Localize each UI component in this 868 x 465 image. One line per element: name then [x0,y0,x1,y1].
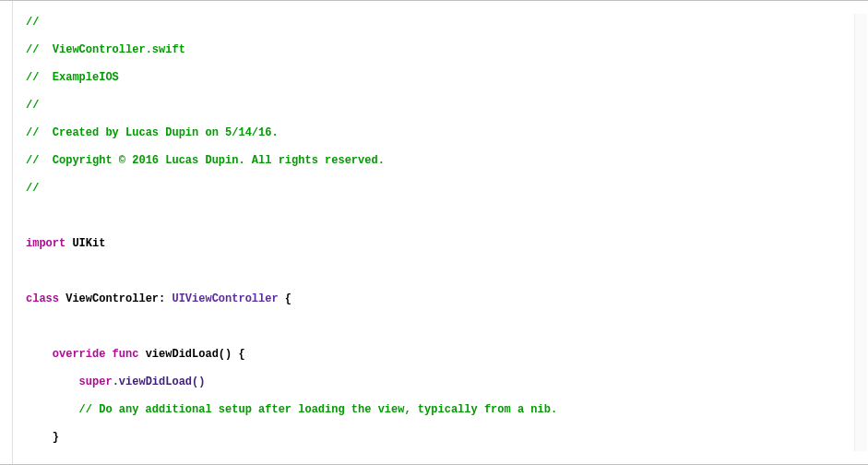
editor-gutter [0,1,13,464]
method-call: .viewDidLoad() [113,376,206,388]
indent [26,431,53,444]
brace: { [279,292,291,305]
comment-line: // [26,16,39,29]
comment-line: // Created by Lucas Dupin on 5/14/16. [26,126,279,139]
override-keyword: override [53,348,106,361]
indent [26,376,79,388]
comment-line: // [26,182,39,195]
func-keyword: func [105,348,138,361]
indent [26,348,53,361]
class-name: ViewController: [59,292,172,305]
import-module: UIKit [65,237,105,250]
code-content[interactable]: // // ViewController.swift // ExampleIOS… [13,1,868,464]
method-signature: viewDidLoad() { [138,348,244,361]
comment-line: // ViewController.swift [26,43,185,56]
comment-line: // [26,99,39,112]
indent [26,403,79,416]
code-editor[interactable]: // // ViewController.swift // ExampleIOS… [0,0,868,465]
brace: } [53,431,59,444]
import-keyword: import [26,237,65,250]
comment-line: // Copyright © 2016 Lucas Dupin. All rig… [26,154,385,167]
class-keyword: class [26,292,59,305]
comment-line: // Do any additional setup after loading… [79,403,557,416]
super-keyword: super [79,376,113,388]
comment-line: // ExampleIOS [26,71,119,84]
superclass-type: UIViewController [172,292,278,305]
vertical-scrollbar[interactable] [854,14,867,451]
